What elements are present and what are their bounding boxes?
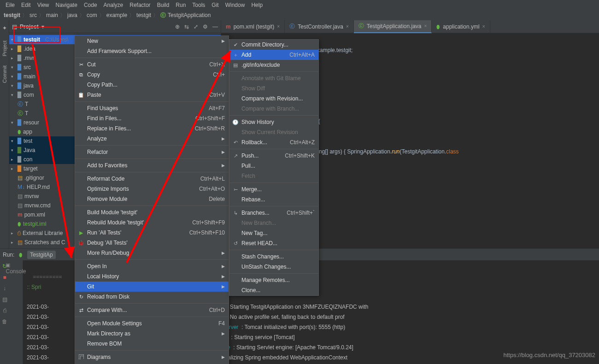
down-icon[interactable]: ↓ <box>3 285 6 292</box>
crumb[interactable]: java <box>67 12 77 18</box>
ctx-reformat[interactable]: Reformat CodeCtrl+Alt+L <box>75 174 229 184</box>
git-reset[interactable]: ↺Reset HEAD... <box>229 238 318 248</box>
git-fetch[interactable]: Fetch <box>229 171 318 181</box>
ctx-copypath[interactable]: Copy Path... <box>75 80 229 90</box>
ctx-paste[interactable]: 📋PasteCtrl+V <box>75 90 229 100</box>
breadcrumb[interactable]: testgit〉 src〉 main〉 java〉 com〉 example〉 … <box>0 10 599 20</box>
git-branches[interactable]: ↳Branches...Ctrl+Shift+` <box>229 208 318 218</box>
crumb-project[interactable]: testgit <box>4 12 20 18</box>
commit-tool[interactable]: Commit <box>2 65 7 83</box>
git-push[interactable]: ↗Push...Ctrl+Shift+K <box>229 151 318 161</box>
gear-icon[interactable]: ⚙ <box>203 23 208 30</box>
run-side[interactable]: ▣ Console <box>9 260 23 364</box>
menu-navigate[interactable]: Navigate <box>53 1 80 9</box>
project-tool[interactable]: Project <box>2 41 7 56</box>
git-compare-rev[interactable]: Compare with Revision... <box>229 94 318 104</box>
ctx-replace[interactable]: Replace in Files...Ctrl+Shift+R <box>75 123 229 134</box>
ctx-analyze[interactable]: Analyze▶ <box>75 134 229 144</box>
git-stash[interactable]: Stash Changes... <box>229 252 318 262</box>
ctx-remove-bom[interactable]: Remove BOM <box>75 339 229 349</box>
git-merge[interactable]: ⤚Merge... <box>229 184 318 194</box>
git-current-rev[interactable]: Show Current Revision <box>229 127 318 137</box>
crumb-class[interactable]: TestgitApplication <box>168 12 211 18</box>
editor-tabs[interactable]: mpom.xml (testgit)× ⓒTestController.java… <box>221 20 599 33</box>
crumb[interactable]: com <box>87 12 97 18</box>
commit-icon[interactable]: ✦ <box>2 25 7 31</box>
git-pull[interactable]: Pull... <box>229 161 318 171</box>
git-submenu[interactable]: ✔Commit Directory... ＋AddCtrl+Alt+A ▤.gi… <box>229 39 319 296</box>
git-exclude[interactable]: ▤.git/info/exclude <box>229 60 318 70</box>
ctx-rebuild-module[interactable]: Rebuild Module 'testgit'Ctrl+Shift+F9 <box>75 217 229 228</box>
ctx-open-in[interactable]: Open In▶ <box>75 261 229 271</box>
print-icon[interactable]: ⎙ <box>3 307 6 314</box>
git-remotes[interactable]: Manage Remotes... <box>229 275 318 285</box>
menu-window[interactable]: Window <box>223 1 248 9</box>
ctx-build-module[interactable]: Build Module 'testgit' <box>75 207 229 217</box>
layout-icon[interactable]: ▤ <box>2 296 7 303</box>
locate-icon[interactable]: ⊕ <box>175 23 180 30</box>
ctx-reload[interactable]: ↻Reload from Disk <box>75 292 229 302</box>
ctx-remove-module[interactable]: Remove ModuleDelete <box>75 194 229 204</box>
menu-help[interactable]: Help <box>248 1 265 9</box>
menu-run[interactable]: Run <box>173 1 188 9</box>
ctx-copy[interactable]: ⧉CopyCtrl+ <box>75 70 229 80</box>
menu-build[interactable]: Build <box>154 1 172 9</box>
git-new-branch[interactable]: New Branch... <box>229 218 318 228</box>
git-clone[interactable]: Clone... <box>229 285 318 295</box>
crumb[interactable]: src <box>29 12 37 18</box>
ctx-compare[interactable]: ⇄Compare With...Ctrl+D <box>75 305 229 315</box>
collapse-icon[interactable]: ⇆ <box>184 23 189 30</box>
ctx-local-history[interactable]: Local History▶ <box>75 271 229 282</box>
ctx-refactor[interactable]: Refactor▶ <box>75 147 229 157</box>
git-show-history[interactable]: 🕐Show History <box>229 117 318 127</box>
git-diff[interactable]: Show Diff <box>229 83 318 94</box>
ctx-add-framework[interactable]: Add Framework Support... <box>75 46 229 56</box>
menu-code[interactable]: Code <box>81 1 100 9</box>
stop-icon[interactable]: ■ <box>3 274 6 281</box>
tab-pom[interactable]: mpom.xml (testgit)× <box>221 20 285 33</box>
tool-stripe[interactable]: ✦ Project Commit <box>0 20 9 260</box>
git-commit-dir[interactable]: ✔Commit Directory... <box>229 40 318 50</box>
ctx-diagrams[interactable]: ⿸Diagrams▶ <box>75 352 229 362</box>
ctx-run-tests[interactable]: ▶Run 'All Tests'Ctrl+Shift+F10 <box>75 228 229 238</box>
ctx-new[interactable]: New▶ <box>75 36 229 46</box>
context-menu[interactable]: New▶ Add Framework Support... ✂CutCtrl+X… <box>75 35 229 364</box>
panel-title[interactable]: Project <box>20 23 39 30</box>
git-blame[interactable]: Annotate with Git Blame <box>229 73 318 83</box>
ctx-more-run[interactable]: More Run/Debug▶ <box>75 248 229 258</box>
git-rebase[interactable]: Rebase... <box>229 194 318 205</box>
expand-icon[interactable]: ⤢ <box>194 23 198 30</box>
ctx-git[interactable]: Git▶ <box>75 282 229 292</box>
menu-refactor[interactable]: Refactor <box>127 1 153 9</box>
crumb[interactable]: main <box>46 12 58 18</box>
git-add[interactable]: ＋AddCtrl+Alt+A <box>229 50 318 60</box>
menu-tools[interactable]: Tools <box>189 1 208 9</box>
ctx-debug-tests[interactable]: 🐞Debug 'All Tests' <box>75 238 229 248</box>
tab-testgitapplication[interactable]: ⓒTestgitApplication.java× <box>354 20 432 33</box>
menubar[interactable]: Eile Edit View Navigate Code Analyze Ref… <box>0 0 599 10</box>
ctx-optimize[interactable]: Optimize ImportsCtrl+Alt+O <box>75 184 229 194</box>
run-config[interactable]: TestgitAp <box>27 251 55 259</box>
ctx-gist[interactable]: ◯Create Gist... <box>75 362 229 364</box>
run-toolbar-left[interactable]: ↻ ■ ↓ ▤ ⎙ 🗑 <box>0 260 9 364</box>
chevron-down-icon[interactable]: ▾ <box>41 23 44 30</box>
menu-git[interactable]: Git <box>209 1 221 9</box>
ctx-find-usages[interactable]: Find UsagesAlt+F7 <box>75 103 229 113</box>
crumb[interactable]: example <box>106 12 127 18</box>
ctx-mark-dir[interactable]: Mark Directory as▶ <box>75 329 229 339</box>
menu-analyze[interactable]: Analyze <box>101 1 126 9</box>
trash-icon[interactable]: 🗑 <box>2 318 7 325</box>
ctx-cut[interactable]: ✂CutCtrl+X <box>75 59 229 70</box>
hide-icon[interactable]: — <box>212 23 218 30</box>
git-rollback[interactable]: ↶Rollback...Ctrl+Alt+Z <box>229 137 318 147</box>
menu-edit[interactable]: Edit <box>18 1 34 9</box>
menu-file[interactable]: Eile <box>3 1 18 9</box>
tab-applicationyml[interactable]: ⬮application.yml× <box>432 20 490 33</box>
crumb[interactable]: testgit <box>136 12 151 18</box>
git-unstash[interactable]: UnStash Changes... <box>229 262 318 272</box>
ctx-find-files[interactable]: Find in Files...Ctrl+Shift+F <box>75 113 229 123</box>
git-new-tag[interactable]: New Tag... <box>229 228 318 238</box>
menu-view[interactable]: View <box>35 1 52 9</box>
ctx-module-settings[interactable]: Open Module SettingsF4 <box>75 318 229 329</box>
git-compare-branch[interactable]: Compare with Branch... <box>229 104 318 114</box>
